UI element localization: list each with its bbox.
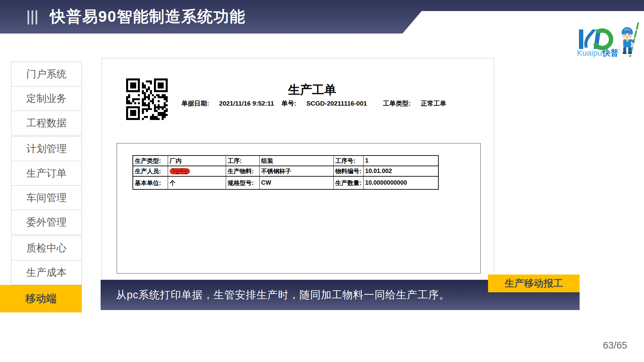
sidebar-item-plan-management[interactable]: 计划管理 [11, 136, 82, 161]
cell-label: 生产类型: [133, 156, 168, 166]
document-header-fields: 单据日期: 2021/11/16 9:52:11 单号: SCGD-202111… [181, 99, 453, 108]
sidebar-item-label: 生产订单 [26, 167, 67, 180]
document-title: 生产工单 [182, 82, 442, 98]
cell-label: 工序: [226, 156, 259, 166]
sidebar-item-label: 生产成本 [26, 266, 67, 280]
sidebar-item-production-cost[interactable]: 生产成本 [11, 260, 82, 285]
triple-bars-icon [28, 10, 37, 24]
red-redaction-scribble [170, 168, 191, 175]
kuaipu-logo: Kuaipu 快普 ™ [576, 21, 643, 58]
sidebar-item-label: 委外管理 [26, 216, 67, 229]
qr-code [125, 78, 169, 120]
sidebar-item-portal[interactable]: 门户系统 [11, 62, 82, 86]
cell-label: 规格型号: [226, 176, 259, 189]
cell-value: 厂内 [168, 156, 226, 166]
cell-label: 基本单位: [133, 176, 168, 189]
cell-value: 10.01.002 [363, 166, 438, 176]
sidebar-active-label: 移动端 [25, 292, 57, 306]
work-order-document: 生产工单 单据日期: 2021/11/16 9:52:11 单号: SCGD-2… [101, 58, 494, 280]
sidebar-item-quality-center[interactable]: 质检中心 [11, 236, 82, 260]
field-label-number: 单号: [281, 99, 296, 108]
page-indicator: 63/65 [590, 340, 627, 351]
cell-value: CW [259, 176, 333, 189]
sidebar-item-outsourcing-management[interactable]: 委外管理 [11, 210, 82, 235]
svg-text:Kuaipu: Kuaipu [577, 48, 602, 57]
cell-value: 10.0000000000 [363, 176, 438, 189]
sidebar-item-label: 计划管理 [26, 142, 67, 156]
cell-value: 组装 [259, 156, 333, 166]
page-title: 快普易90智能制造系统功能 [50, 6, 246, 27]
cell-label: 生产物料: [226, 166, 259, 176]
mobile-report-badge: 生产移动报工 [488, 275, 580, 292]
cell-label: 工序号: [333, 156, 363, 166]
sidebar-item-engineering-data[interactable]: 工程数据 [11, 111, 82, 135]
sidebar-item-workshop-management[interactable]: 车间管理 [11, 185, 82, 210]
sidebar-item-label: 车间管理 [26, 191, 67, 205]
cell-value: 个 [168, 176, 226, 189]
sidebar-item-label: 工程数据 [26, 116, 67, 130]
table-row: 生产人员: 生产物料: 不锈钢杯子 物料编号: 10.01.002 [133, 166, 438, 176]
sidebar-item-label: 质检中心 [26, 241, 67, 255]
field-value-date: 2021/11/16 9:52:11 [219, 100, 274, 107]
cell-label: 生产人员: [133, 166, 168, 176]
cell-value: 不锈钢杯子 [259, 166, 333, 176]
table-row: 基本单位: 个 规格型号: CW 生产数量: 10.0000000000 [133, 176, 438, 189]
table-row: 生产类型: 厂内 工序: 组装 工序号: 1 [133, 156, 438, 166]
header: 快普易90智能制造系统功能 [0, 0, 402, 34]
footer-description: 从pc系统打印单据，生管安排生产时，随同加工物料一同给生产工序。 [116, 288, 450, 302]
kp-monogram [579, 29, 611, 49]
cell-label: 生产数量: [333, 176, 363, 189]
work-order-table: 生产类型: 厂内 工序: 组装 工序号: 1 生产人员: 生产物料: [132, 155, 439, 190]
sidebar-item-production-order[interactable]: 生产订单 [11, 161, 82, 186]
svg-text:快普: 快普 [602, 48, 619, 57]
svg-text:™: ™ [619, 49, 622, 52]
field-label-type: 工单类型: [383, 99, 411, 108]
sidebar-item-mobile-active[interactable]: 移动端 [0, 285, 82, 312]
sidebar-item-label: 门户系统 [26, 67, 67, 81]
sidebar-item-custom-business[interactable]: 定制业务 [11, 86, 82, 111]
field-value-number: SCGD-20211116-001 [306, 100, 367, 107]
field-label-date: 单据日期: [181, 99, 209, 108]
badge-label: 生产移动报工 [505, 277, 563, 290]
cell-value-redacted [168, 166, 226, 176]
mascot-icon [622, 21, 639, 57]
sidebar-item-label: 定制业务 [26, 92, 67, 106]
cell-value: 1 [363, 156, 438, 166]
cell-label: 物料编号: [333, 166, 363, 176]
field-value-type: 正常工单 [421, 99, 446, 108]
